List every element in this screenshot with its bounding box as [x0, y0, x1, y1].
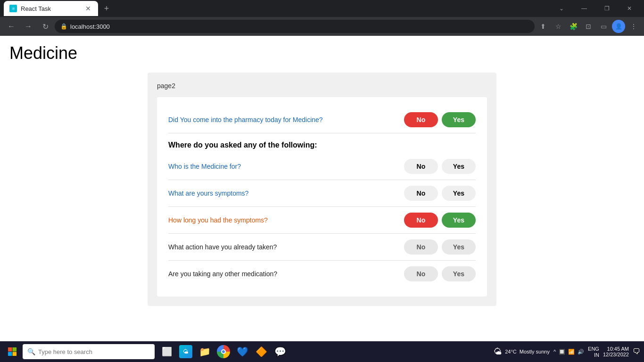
sub-question-row-0: Who is the Medicine for?NoYes	[168, 153, 476, 180]
form-container: page2 Did You come into the pharmacy tod…	[148, 73, 496, 306]
main-yes-button[interactable]: Yes	[442, 112, 476, 127]
sub-question-buttons-1: NoYes	[404, 186, 476, 201]
browser-chrome: ⚛ React Task ✕ + ⌄ — ❐ ✕ ← → ↻ 🔒 localho…	[0, 0, 644, 36]
extensions-button[interactable]: 🧩	[567, 20, 580, 33]
address-bar[interactable]: 🔒 localhost:3000	[55, 20, 535, 33]
share-button[interactable]: ⬆	[537, 20, 550, 33]
forward-button[interactable]: →	[21, 19, 36, 34]
reload-button[interactable]: ↻	[38, 19, 53, 34]
nav-bar: ← → ↻ 🔒 localhost:3000 ⬆ ☆ 🧩 ⊡ ▭ 👤 ⋮	[0, 17, 644, 36]
sub-yes-button-3[interactable]: Yes	[442, 239, 476, 255]
sub-question-buttons-2: NoYes	[404, 213, 476, 228]
sub-no-button-1[interactable]: No	[404, 186, 438, 201]
sub-question-text-4: Are you taking any other medication?	[168, 270, 404, 278]
sub-question-buttons-3: NoYes	[404, 239, 476, 255]
sub-no-button-3[interactable]: No	[404, 239, 438, 255]
sub-question-text-3: What action have you already taken?	[168, 243, 404, 251]
main-question-buttons: No Yes	[404, 112, 476, 127]
sub-question-buttons-4: NoYes	[404, 266, 476, 281]
close-button[interactable]: ✕	[619, 1, 640, 16]
sub-yes-button-4[interactable]: Yes	[442, 266, 476, 281]
sub-question-row-2: How long you had the symptoms?NoYes	[168, 207, 476, 234]
nav-actions: ⬆ ☆ 🧩 ⊡ ▭ 👤 ⋮	[537, 20, 640, 33]
sub-question-text-2: How long you had the symptoms?	[168, 216, 404, 224]
tab-favicon: ⚛	[9, 5, 17, 12]
lock-icon: 🔒	[60, 23, 67, 30]
chevron-button[interactable]: ⌄	[551, 1, 572, 16]
active-tab: ⚛ React Task ✕	[4, 1, 98, 16]
bookmark-button[interactable]: ☆	[552, 20, 565, 33]
sub-yes-button-2[interactable]: Yes	[442, 213, 476, 228]
sub-section-title: Where do you asked any of the following:	[168, 133, 476, 153]
minimize-button[interactable]: —	[573, 1, 595, 16]
sidebar-button[interactable]: ▭	[597, 20, 610, 33]
menu-button[interactable]: ⋮	[627, 20, 640, 33]
window-controls: ⌄ — ❐ ✕	[551, 1, 640, 16]
sub-question-text-0: Who is the Medicine for?	[168, 163, 404, 170]
sub-no-button-0[interactable]: No	[404, 159, 438, 174]
page-content: Medicine page2 Did You come into the pha…	[0, 36, 644, 341]
tab-bar: ⚛ React Task ✕ + ⌄ — ❐ ✕	[0, 0, 644, 17]
page-label: page2	[157, 82, 487, 90]
tab-title: React Task	[21, 5, 80, 12]
sub-question-text-1: What are yours symptoms?	[168, 189, 404, 197]
sub-questions-container: Who is the Medicine for?NoYesWhat are yo…	[168, 153, 476, 287]
main-question-row: Did You come into the pharmacy today for…	[168, 107, 476, 133]
back-button[interactable]: ←	[4, 19, 19, 34]
sub-yes-button-0[interactable]: Yes	[442, 159, 476, 174]
form-card: Did You come into the pharmacy today for…	[157, 97, 487, 296]
url-text: localhost:3000	[70, 23, 110, 30]
page-title: Medicine	[9, 43, 635, 63]
main-no-button[interactable]: No	[404, 112, 438, 127]
sub-question-row-1: What are yours symptoms?NoYes	[168, 180, 476, 207]
tab-close-button[interactable]: ✕	[84, 4, 92, 13]
new-tab-button[interactable]: +	[100, 2, 113, 15]
sub-no-button-2[interactable]: No	[404, 213, 438, 228]
main-question-text: Did You come into the pharmacy today for…	[168, 116, 404, 123]
sub-question-row-4: Are you taking any other medication?NoYe…	[168, 261, 476, 287]
profile-avatar[interactable]: 👤	[612, 20, 625, 33]
sub-yes-button-1[interactable]: Yes	[442, 186, 476, 201]
sub-question-buttons-0: NoYes	[404, 159, 476, 174]
profiles-button[interactable]: ⊡	[582, 20, 595, 33]
sub-no-button-4[interactable]: No	[404, 266, 438, 281]
maximize-button[interactable]: ❐	[596, 1, 618, 16]
sub-question-row-3: What action have you already taken?NoYes	[168, 234, 476, 261]
